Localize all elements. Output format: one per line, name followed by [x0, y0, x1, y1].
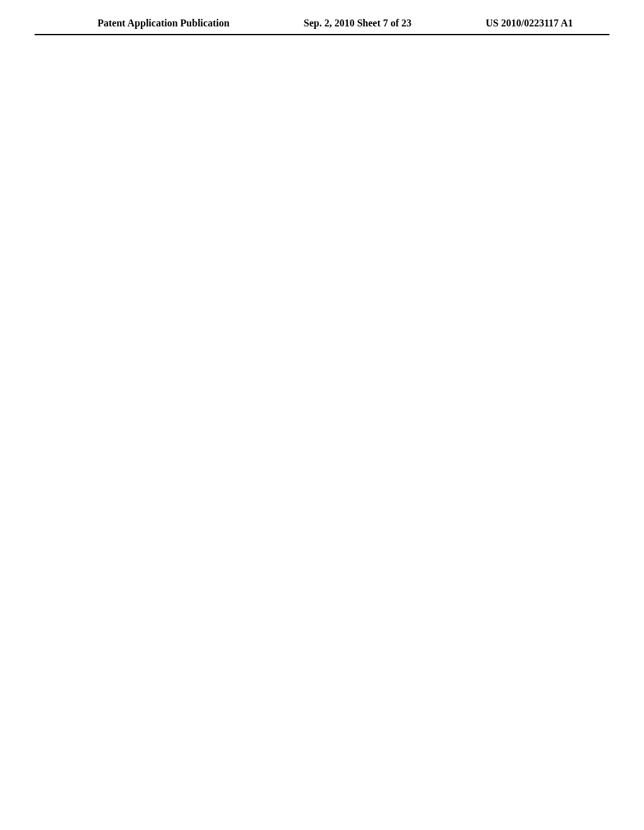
page-header: Patent Application Publication Sep. 2, 2… [35, 0, 609, 35]
header-right: US 2010/0223117 A1 [486, 18, 573, 29]
header-left: Patent Application Publication [97, 18, 230, 29]
header-center: Sep. 2, 2010 Sheet 7 of 23 [304, 18, 412, 29]
